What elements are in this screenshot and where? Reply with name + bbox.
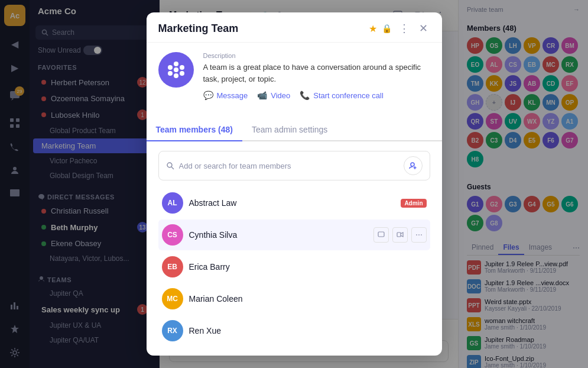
tab-admin-settings[interactable]: Team admin settings [242, 119, 337, 141]
member-row[interactable]: EB Erica Barry [158, 251, 430, 282]
member-action-video[interactable] [392, 227, 408, 243]
member-action-message[interactable] [373, 227, 389, 243]
svg-point-20 [168, 71, 173, 76]
svg-rect-29 [378, 232, 384, 237]
team-info: Description A team is a great place to h… [158, 52, 430, 100]
member-actions: ⋯ [373, 227, 427, 243]
member-row[interactable]: CS Cynthia Silva ⋯ [158, 219, 430, 250]
conference-icon: 📞 [300, 91, 310, 100]
modal-tabs: Team members (48) Team admin settings [147, 119, 442, 141]
member-row[interactable]: AL Abstract Law Admin [158, 188, 430, 218]
modal-header: Marketing Team ★ 🔒 ⋮ ✕ [147, 12, 442, 43]
modal-body: Description A team is a great place to h… [147, 43, 442, 119]
message-icon: 💬 [203, 91, 213, 100]
svg-point-18 [168, 65, 173, 70]
member-avatar: AL [162, 192, 183, 214]
svg-point-21 [180, 71, 184, 76]
member-name: Erica Barry [189, 262, 427, 272]
member-list: AL Abstract Law Admin CS Cynthia Silva [158, 188, 430, 346]
desc-text: A team is a great place to have a conver… [203, 62, 430, 85]
svg-point-22 [174, 62, 178, 66]
member-name: Ren Xue [189, 326, 427, 335]
action-video[interactable]: 📹 Video [257, 91, 290, 100]
member-avatar: EB [162, 256, 183, 277]
member-name: Cynthia Silva [189, 230, 368, 240]
member-badge: Admin [401, 199, 426, 208]
action-message[interactable]: 💬 Message [203, 91, 248, 100]
member-search-input[interactable] [179, 162, 399, 170]
desc-label: Description [203, 52, 430, 59]
svg-point-26 [411, 163, 414, 166]
team-actions: 💬 Message 📹 Video 📞 Start conference cal… [203, 91, 430, 100]
member-action-more[interactable]: ⋯ [411, 227, 427, 243]
modal-lock-icon: 🔒 [382, 24, 392, 33]
svg-point-24 [167, 163, 172, 167]
member-row[interactable]: MC Marian Coleen [158, 283, 430, 314]
action-conference[interactable]: 📞 Start conference call [300, 91, 384, 100]
svg-point-23 [174, 73, 178, 78]
member-search-box[interactable] [158, 151, 430, 180]
modal: Marketing Team ★ 🔒 ⋮ ✕ [147, 12, 442, 356]
tab-team-members[interactable]: Team members (48) [147, 119, 242, 141]
modal-content: AL Abstract Law Admin CS Cynthia Silva [147, 141, 442, 356]
svg-line-25 [171, 167, 174, 169]
member-avatar: RX [162, 320, 183, 341]
member-avatar: MC [162, 288, 183, 309]
modal-star-icon[interactable]: ★ [369, 23, 377, 34]
modal-more-button[interactable]: ⋮ [397, 22, 412, 35]
member-name: Abstract Law [189, 198, 395, 208]
svg-rect-30 [397, 233, 401, 237]
member-avatar: CS [162, 224, 183, 246]
modal-overlay[interactable]: Marketing Team ★ 🔒 ⋮ ✕ [0, 0, 588, 368]
video-icon: 📹 [257, 91, 267, 100]
svg-point-17 [174, 67, 178, 72]
svg-point-19 [180, 65, 184, 70]
member-name: Marian Coleen [189, 294, 427, 304]
modal-close-button[interactable]: ✕ [417, 22, 430, 35]
team-desc: Description A team is a great place to h… [203, 52, 430, 100]
modal-title: Marketing Team [158, 22, 364, 35]
add-member-button[interactable] [404, 156, 423, 175]
member-row[interactable]: RX Ren Xue [158, 315, 430, 346]
team-avatar [158, 52, 194, 88]
